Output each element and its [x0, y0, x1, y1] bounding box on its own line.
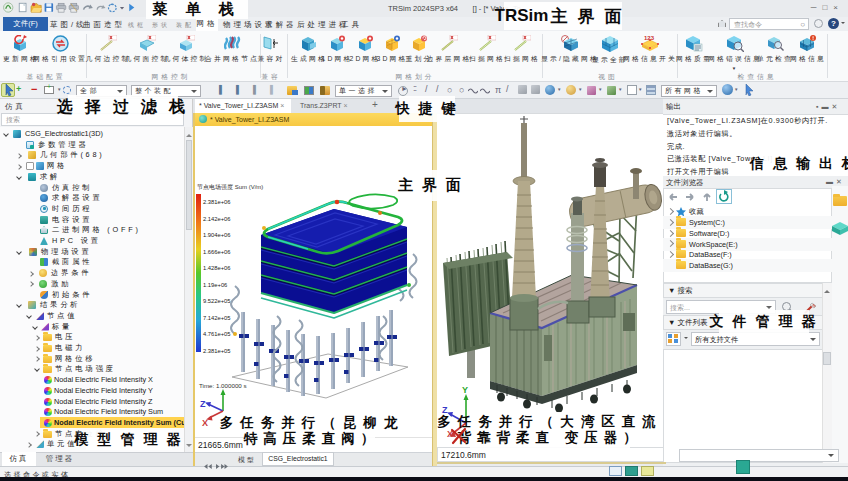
svg-text:4.761e+05: 4.761e+05: [203, 331, 231, 337]
svg-text:2.381e+06: 2.381e+06: [203, 199, 231, 205]
svg-text:1.19e+06: 1.19e+06: [203, 282, 227, 288]
svg-text:2.381e+05: 2.381e+05: [203, 348, 231, 354]
svg-text:Y: Y: [462, 385, 468, 395]
svg-text:X: X: [202, 418, 208, 428]
svg-text:1.666e+06: 1.666e+06: [203, 249, 231, 255]
svg-text:2.142e+06: 2.142e+06: [203, 216, 231, 222]
svg-text:Z: Z: [200, 399, 206, 409]
svg-text:1.428e+06: 1.428e+06: [203, 265, 231, 271]
svg-text:1.904e+06: 1.904e+06: [203, 232, 231, 238]
svg-text:Time: 1.000000 s: Time: 1.000000 s: [199, 382, 247, 389]
svg-text:7.142e+05: 7.142e+05: [203, 315, 231, 321]
svg-text:节点电场强度 Sum (V/m): 节点电场强度 Sum (V/m): [197, 183, 263, 191]
svg-text:9.522e+05: 9.522e+05: [203, 298, 231, 304]
